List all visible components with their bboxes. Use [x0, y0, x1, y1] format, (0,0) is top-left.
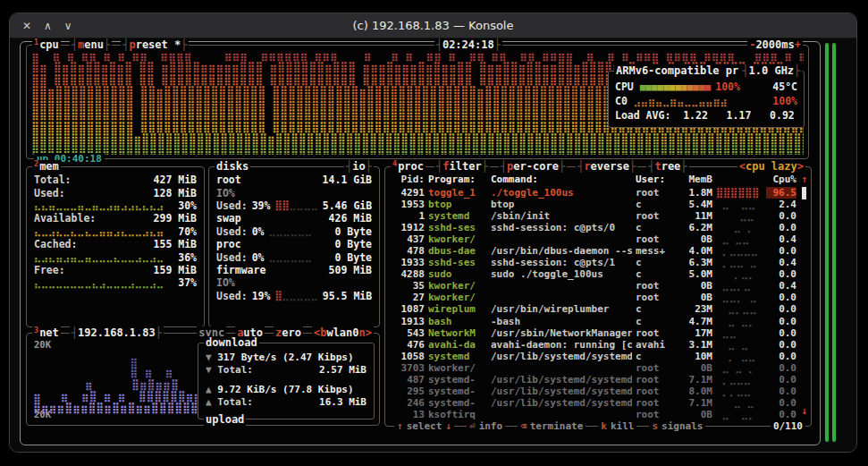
- key-icon: s: [652, 420, 658, 433]
- upload-label: upload: [204, 413, 246, 426]
- close-icon: ✕: [22, 20, 31, 32]
- reverse-button[interactable]: reverse: [576, 160, 637, 173]
- process-command: /sbin/init: [491, 210, 632, 222]
- process-cpu-graph: ⡀⣀⣀⣀: [716, 374, 763, 386]
- process-row[interactable]: 1058systemd/usr/lib/systemd/systemdc10M …: [385, 351, 811, 362]
- process-row[interactable]: 476avahi-daavahi-daemon: running [c.avah…: [385, 339, 811, 351]
- process-row[interactable]: 478dbus-dae/usr/bin/dbus-daemon --symess…: [385, 245, 811, 257]
- terminal-scrollbar[interactable]: [824, 43, 837, 442]
- disk-name: swap: [216, 212, 241, 225]
- key-icon: k: [601, 420, 607, 433]
- process-cpu-graph: ⣀ ⣀: [716, 339, 763, 351]
- process-program: wireplum: [428, 303, 487, 315]
- process-cpu-graph: ⡀⣀⣀ ⣀: [716, 257, 763, 268]
- process-command: avahi-daemon: running [c.: [491, 339, 632, 351]
- process-row[interactable]: 1systemd/sbin/initroot11M ⣀⣀0.0: [385, 210, 811, 222]
- download-label: download: [204, 336, 259, 349]
- process-user: root: [636, 187, 673, 199]
- process-user: mess+: [636, 245, 673, 257]
- process-row[interactable]: 13ksoftirqroot0B ⣀ ⣀⡀0.0: [385, 409, 811, 420]
- process-row[interactable]: 27kworker/root0B ⣀⣀⡀ ⣀0.0: [385, 292, 811, 303]
- proc-footer-signals-button[interactable]: ssignals: [649, 420, 705, 433]
- process-pid: 476: [391, 339, 425, 351]
- process-pid: 246: [391, 397, 425, 409]
- process-user: c: [636, 268, 673, 280]
- per-core-button[interactable]: per-core: [499, 160, 567, 173]
- process-row[interactable]: 487systemd-/usr/lib/systemd/systemd-root…: [385, 374, 811, 386]
- process-user: avahi: [636, 339, 673, 351]
- process-program: NetworkM: [428, 327, 487, 339]
- terminal-area: 1cpu menu preset * 02:24:18 -2000ms+ ⣶ ⣶…: [10, 38, 856, 452]
- mem-stat-percent: 30%: [178, 199, 197, 212]
- process-user: c: [636, 351, 673, 362]
- clock: 02:24:18: [434, 38, 502, 51]
- process-cpu-percent: 0.0: [766, 245, 796, 257]
- process-user: root: [636, 280, 673, 292]
- core0-percent: 100%: [772, 95, 797, 107]
- proc-footer-terminate-button[interactable]: ⌫terminate: [518, 420, 586, 433]
- process-row[interactable]: 4288sudosudo ./toggle_100usc5.0M ⡀⣀⡀0.0: [385, 268, 811, 280]
- process-mem: 6.3M: [677, 257, 712, 268]
- update-interval[interactable]: -2000ms+: [747, 38, 803, 51]
- disk-row: swap426 MiB: [216, 212, 372, 225]
- process-row[interactable]: 437kworker/root0B ⣀ ⣀⣀ 0.4: [385, 233, 811, 245]
- proc-footer-select-button[interactable]: ↑select↓: [394, 420, 454, 433]
- process-program: avahi-da: [428, 339, 487, 351]
- mem-stat-percent: 37%: [178, 276, 197, 289]
- menu-button[interactable]: menu: [70, 38, 112, 51]
- process-row[interactable]: 246systemd-/usr/lib/systemd/systemd-root…: [385, 397, 811, 409]
- disk-used-value: 5.46 GiB: [323, 199, 372, 212]
- process-row[interactable]: 1087wireplum/usr/bin/wireplumberc23M ⣀⡀⣀…: [385, 303, 811, 315]
- process-cpu-percent: 2.4: [766, 199, 796, 210]
- mem-stat-label: Used:: [34, 187, 65, 199]
- filter-button[interactable]: filter: [434, 160, 490, 173]
- sort-selector[interactable]: <cpu lazy>: [737, 160, 805, 173]
- interval-minus-button[interactable]: -: [749, 38, 755, 51]
- process-mem: 0B: [677, 362, 712, 374]
- process-cpu-percent: 0.0: [766, 397, 796, 409]
- close-button[interactable]: ✕: [22, 21, 31, 31]
- tree-button[interactable]: tree: [646, 160, 688, 173]
- preset-button[interactable]: preset *: [121, 38, 189, 51]
- process-row[interactable]: 1912sshd-sessshd-session: c@pts/0c6.2M ⣀…: [385, 222, 811, 233]
- disk-used-value: 0 Byte: [334, 225, 372, 238]
- process-row[interactable]: 543NetworkM/usr/sbin/NetworkManagerroot1…: [385, 327, 811, 339]
- disk-size: 426 MiB: [329, 212, 372, 225]
- cpu-total-percent: 100%: [715, 80, 740, 93]
- sort-prev-button[interactable]: <: [739, 160, 746, 173]
- disk-name: proc: [216, 238, 241, 250]
- process-row[interactable]: 1933sshd-sessshd-session: c@pts/1c6.3M ⡀…: [385, 257, 811, 268]
- mem-stat-percent: 70%: [178, 225, 197, 238]
- process-cpu-graph: ⣿⣿⣿⣿⣿⣿: [716, 187, 763, 199]
- process-list[interactable]: 4291toggle_1./toggle_100usroot1.8M⣿⣿⣿⣿⣿⣿…: [385, 187, 811, 422]
- process-cpu-percent: 0.0: [766, 386, 796, 397]
- proc-footer-info-button[interactable]: ⏎info: [467, 420, 505, 433]
- process-cpu-graph: ⣀ ⣀⣀: [716, 233, 763, 245]
- titlebar[interactable]: ✕ ∧ ∨ (c) 192.168.1.83 — Konsole: [10, 13, 856, 38]
- process-row[interactable]: 35kworker/root0B ⣀⣀⡀⣀ 0.4: [385, 280, 811, 292]
- process-row[interactable]: 3703kworker/root0B ⣀ ⣀ ⡀0.0: [385, 362, 811, 374]
- process-program: systemd-: [428, 374, 487, 386]
- scroll-down-icon: ↓: [801, 405, 807, 417]
- process-row[interactable]: 1953btopbtopc5.4M ⣀ ⣀⣀2.4: [385, 199, 811, 210]
- process-cpu-graph: ⣀ ⣀ ⡀: [716, 362, 763, 374]
- process-row[interactable]: 1913bash-bashc4.7M ⣀ ⣀⡀0.0: [385, 316, 811, 327]
- proc-footer-kill-button[interactable]: kkill: [598, 420, 636, 433]
- net-address: 192.168.1.83: [70, 326, 164, 339]
- interval-plus-button[interactable]: +: [795, 38, 801, 51]
- disk-used-meter: ⣿⣀⣀⣀⣀⣀: [274, 290, 317, 301]
- sort-next-button[interactable]: >: [797, 160, 804, 173]
- process-program: sudo: [428, 268, 487, 280]
- process-row[interactable]: 4291toggle_1./toggle_100usroot1.8M⣿⣿⣿⣿⣿⣿…: [385, 187, 811, 199]
- process-pid: 1058: [391, 351, 425, 362]
- scroll-up-button[interactable]: ∧: [44, 21, 52, 31]
- scroll-down-button[interactable]: ∨: [64, 21, 72, 31]
- mem-stat-meter-row: ⣄⣀⣀⣀⣀⣀⣀⣀⣄⣠⣀⣀⣀⣠⣀⣀⣠⣀37%: [34, 276, 197, 289]
- process-row[interactable]: 295systemd-/usr/lib/systemd/systemd-root…: [385, 386, 811, 397]
- process-program: sshd-ses: [428, 222, 487, 233]
- sort-column[interactable]: Cpu%: [766, 174, 796, 185]
- process-program: systemd-: [428, 397, 487, 409]
- disks-io-toggle[interactable]: io: [344, 160, 374, 173]
- process-program: kworker/: [428, 280, 487, 292]
- proc-scrollbar-thumb[interactable]: [802, 187, 806, 199]
